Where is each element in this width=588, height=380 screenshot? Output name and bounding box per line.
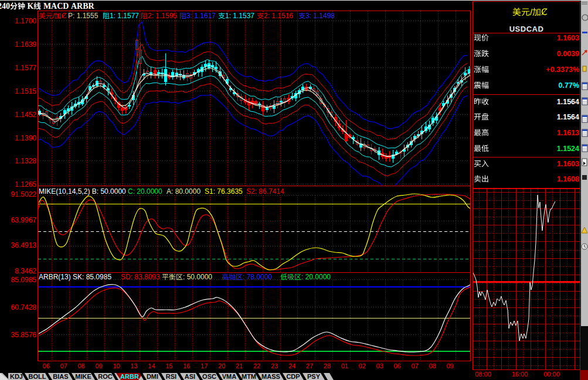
svg-text:ARBR: ARBR [120, 373, 139, 380]
